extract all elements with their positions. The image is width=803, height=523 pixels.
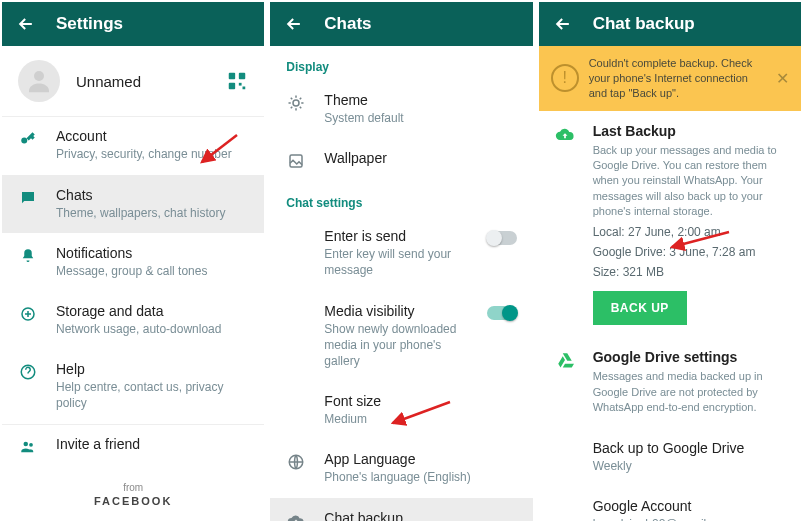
people-icon (18, 436, 38, 456)
lang-row[interactable]: App LanguagePhone's language (English) (270, 439, 532, 497)
drive-icon (555, 349, 575, 369)
chats-row[interactable]: ChatsTheme, wallpapers, chat history (2, 175, 264, 233)
help-row[interactable]: HelpHelp centre, contact us, privacy pol… (2, 349, 264, 423)
profile-name: Unnamed (76, 73, 210, 90)
enter-send-toggle[interactable] (487, 231, 517, 245)
footer: from FACEBOOK (2, 468, 264, 521)
media-vis-row[interactable]: Media visibilityShow newly downloaded me… (270, 291, 532, 382)
help-icon (18, 361, 38, 381)
account-row[interactable]: AccountPrivacy, security, change number (2, 116, 264, 174)
last-backup-section: Last Backup Back up your messages and me… (539, 111, 801, 338)
cloud-up-icon (286, 510, 306, 522)
svg-point-0 (34, 71, 44, 81)
chat-backup-row[interactable]: Chat backup (270, 498, 532, 522)
theme-icon (286, 92, 306, 112)
enter-send-row[interactable]: Enter is sendEnter key will send your me… (270, 216, 532, 290)
key-icon (18, 128, 38, 148)
section-chatset: Chat settings (270, 182, 532, 216)
notifications-row[interactable]: NotificationsMessage, group & call tones (2, 233, 264, 291)
page-title: Settings (56, 14, 123, 34)
bell-icon (18, 245, 38, 265)
chat-icon (18, 187, 38, 207)
theme-row[interactable]: ThemeSystem default (270, 80, 532, 138)
back-icon[interactable] (284, 14, 304, 34)
close-icon[interactable]: ✕ (776, 69, 789, 88)
warning-banner: ! Couldn't complete backup. Check your p… (539, 46, 801, 111)
back-icon[interactable] (553, 14, 573, 34)
back-icon[interactable] (16, 14, 36, 34)
svg-point-11 (293, 100, 299, 106)
chats-panel: Chats Display ThemeSystem default Wallpa… (270, 2, 532, 521)
cloud-up-icon (555, 123, 575, 145)
appbar: Settings (2, 2, 264, 46)
invite-row[interactable]: Invite a friend (2, 424, 264, 468)
backup-button[interactable]: BACK UP (593, 291, 687, 325)
gdrive-settings-section: Google Drive settings Messages and media… (539, 337, 801, 427)
profile-row[interactable]: Unnamed (2, 46, 264, 116)
svg-point-6 (21, 138, 27, 144)
settings-panel: Settings Unnamed AccountPrivacy, securit… (2, 2, 264, 521)
svg-rect-5 (243, 87, 246, 90)
wallpaper-icon (286, 150, 306, 170)
svg-rect-2 (239, 73, 245, 79)
appbar: Chat backup (539, 2, 801, 46)
font-row[interactable]: Font sizeMedium (270, 381, 532, 439)
avatar (18, 60, 60, 102)
section-display: Display (270, 46, 532, 80)
alert-icon: ! (551, 64, 579, 92)
data-icon (18, 303, 38, 323)
svg-point-10 (29, 443, 33, 447)
svg-rect-1 (229, 73, 235, 79)
svg-rect-4 (239, 83, 242, 86)
page-title: Chats (324, 14, 371, 34)
page-title: Chat backup (593, 14, 695, 34)
media-vis-toggle[interactable] (487, 306, 517, 320)
backup-freq-row[interactable]: Back up to Google DriveWeekly (539, 428, 801, 486)
backup-panel: Chat backup ! Couldn't complete backup. … (539, 2, 801, 521)
storage-row[interactable]: Storage and dataNetwork usage, auto-down… (2, 291, 264, 349)
qr-icon[interactable] (226, 70, 248, 92)
appbar: Chats (270, 2, 532, 46)
wallpaper-row[interactable]: Wallpaper (270, 138, 532, 182)
svg-point-9 (24, 442, 29, 447)
globe-icon (286, 451, 306, 471)
svg-rect-3 (229, 83, 235, 89)
google-account-row[interactable]: Google Accountkawalsingh02@gmail.com (539, 486, 801, 521)
